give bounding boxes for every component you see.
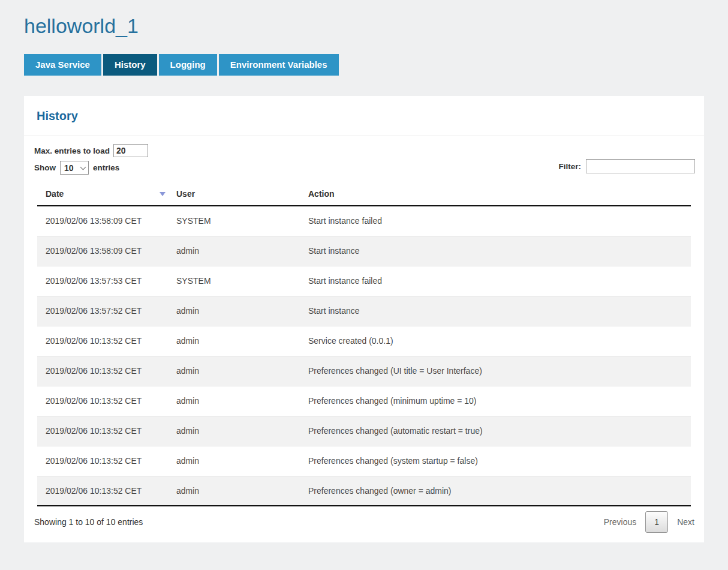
cell-action: Start instance failed [300, 206, 691, 236]
table-controls: Max. entries to load Show 10 entries Fil… [24, 136, 704, 181]
cell-user: SYSTEM [168, 266, 300, 296]
tab-environment-variables[interactable]: Environment Variables [219, 54, 339, 76]
pagination-page-1[interactable]: 1 [645, 511, 668, 533]
pagination-previous[interactable]: Previous [604, 517, 636, 527]
cell-user: admin [168, 476, 300, 506]
filter-label: Filter: [558, 162, 581, 171]
cell-action: Start instance [300, 296, 691, 326]
pagination: Previous 1 Next [604, 511, 694, 533]
cell-date: 2019/02/06 10:13:52 CET [37, 446, 168, 476]
max-entries-input[interactable] [113, 144, 148, 157]
cell-user: admin [168, 326, 300, 356]
table-row: 2019/02/06 10:13:52 CETadminPreferences … [37, 446, 691, 476]
max-entries-row: Max. entries to load [34, 144, 694, 157]
page: helloworld_1 Java ServiceHistoryLoggingE… [0, 0, 728, 542]
table-row: 2019/02/06 13:58:09 CETadminStart instan… [37, 236, 691, 266]
page-title: helloworld_1 [24, 0, 704, 40]
page-length-select[interactable]: 10 [60, 161, 89, 175]
column-header-date-label: Date [46, 189, 64, 199]
pagination-next[interactable]: Next [677, 517, 694, 527]
cell-date: 2019/02/06 10:13:52 CET [37, 356, 168, 386]
cell-action: Preferences changed (automatic restart =… [300, 416, 691, 446]
column-header-action[interactable]: Action [300, 184, 691, 206]
cell-user: SYSTEM [168, 206, 300, 236]
cell-action: Start instance [300, 236, 691, 266]
sort-desc-icon [160, 192, 166, 196]
table-header-row: Date User Action [37, 184, 691, 206]
filter-input[interactable] [586, 159, 695, 173]
cell-date: 2019/02/06 13:58:09 CET [37, 236, 168, 266]
cell-action: Preferences changed (owner = admin) [300, 476, 691, 506]
cell-date: 2019/02/06 13:57:52 CET [37, 296, 168, 326]
table-row: 2019/02/06 13:57:53 CETSYSTEMStart insta… [37, 266, 691, 296]
table-row: 2019/02/06 10:13:52 CETadminPreferences … [37, 476, 691, 506]
history-table: Date User Action 2019/02/06 13:58:09 CET… [37, 184, 691, 506]
cell-action: Start instance failed [300, 266, 691, 296]
table-row: 2019/02/06 10:13:52 CETadminPreferences … [37, 416, 691, 446]
page-length-select-wrap: 10 [60, 161, 89, 175]
cell-user: admin [168, 386, 300, 416]
cell-action: Preferences changed (minimum uptime = 10… [300, 386, 691, 416]
cell-user: admin [168, 446, 300, 476]
tab-logging[interactable]: Logging [159, 54, 217, 76]
cell-action: Preferences changed (UI title = User Int… [300, 356, 691, 386]
table-row: 2019/02/06 10:13:52 CETadminPreferences … [37, 386, 691, 416]
table-row: 2019/02/06 10:13:52 CETadminPreferences … [37, 356, 691, 386]
history-table-body: 2019/02/06 13:58:09 CETSYSTEMStart insta… [37, 206, 691, 506]
filter-control: Filter: [558, 159, 695, 173]
column-header-date[interactable]: Date [37, 184, 168, 206]
tab-bar: Java ServiceHistoryLoggingEnvironment Va… [24, 54, 704, 76]
cell-action: Service created (0.0.1) [300, 326, 691, 356]
table-info: Showing 1 to 10 of 10 entries [34, 517, 143, 527]
max-entries-label: Max. entries to load [34, 146, 110, 155]
cell-date: 2019/02/06 10:13:52 CET [37, 476, 168, 506]
panel-title: History [37, 109, 78, 123]
cell-date: 2019/02/06 13:57:53 CET [37, 266, 168, 296]
cell-date: 2019/02/06 10:13:52 CET [37, 386, 168, 416]
cell-date: 2019/02/06 13:58:09 CET [37, 206, 168, 236]
cell-user: admin [168, 236, 300, 266]
cell-user: admin [168, 296, 300, 326]
tab-java-service[interactable]: Java Service [24, 54, 101, 76]
cell-user: admin [168, 356, 300, 386]
table-row: 2019/02/06 13:57:52 CETadminStart instan… [37, 296, 691, 326]
table-row: 2019/02/06 10:13:52 CETadminService crea… [37, 326, 691, 356]
show-label: Show [34, 163, 56, 172]
cell-date: 2019/02/06 10:13:52 CET [37, 416, 168, 446]
tab-history[interactable]: History [103, 54, 157, 76]
panel-header: History [24, 96, 704, 136]
entries-label: entries [93, 163, 119, 172]
history-panel: History Max. entries to load Show 10 ent… [24, 96, 704, 542]
table-row: 2019/02/06 13:58:09 CETSYSTEMStart insta… [37, 206, 691, 236]
column-header-user[interactable]: User [168, 184, 300, 206]
table-footer: Showing 1 to 10 of 10 entries Previous 1… [24, 506, 704, 540]
cell-action: Preferences changed (system startup = fa… [300, 446, 691, 476]
cell-date: 2019/02/06 10:13:52 CET [37, 326, 168, 356]
cell-user: admin [168, 416, 300, 446]
